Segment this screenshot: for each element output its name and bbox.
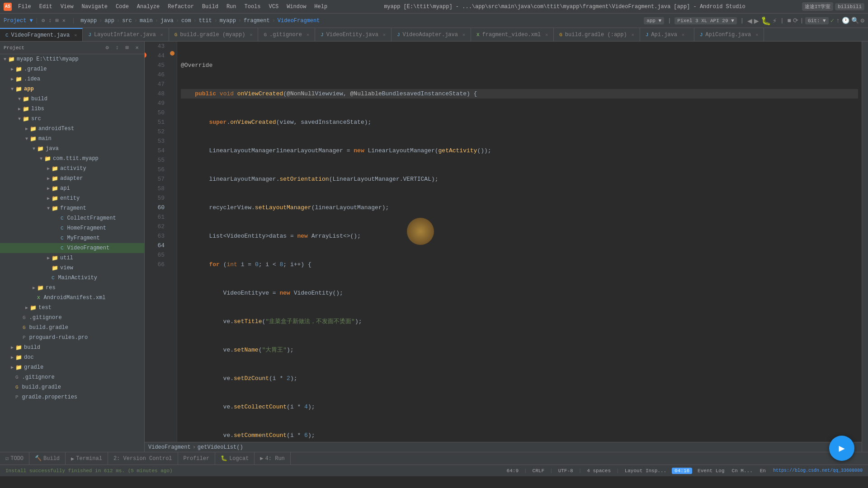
sync-icon[interactable]: ⟳ [793,17,798,24]
breadcrumb-main[interactable]: main [140,18,153,24]
tree-item-gradlefolder[interactable]: ▶ 📁 gradle [0,362,144,372]
tab-videoadapter[interactable]: J VideoAdapter.java ✕ [392,28,471,42]
bottom-tab-logcat[interactable]: 🐛 Logcat [215,452,255,465]
breadcrumb-myapp[interactable]: myapp [80,18,97,24]
git-label[interactable]: Git: ▼ [805,17,829,24]
menu-tools[interactable]: Tools [241,3,264,11]
breadcrumb-java[interactable]: java [160,18,174,24]
sidebar-close-icon[interactable]: ✕ [133,44,141,52]
breadcrumb-app[interactable]: app [104,18,114,24]
tree-item-androidmanifest[interactable]: ▶ X AndroidManifest.xml [0,293,144,303]
menu-analyze[interactable]: Analyze [133,3,163,11]
tree-item-myapp[interactable]: ▼ 📁 myapp E:\ttit\myapp [0,54,144,64]
tree-item-idea[interactable]: ▶ 📁 .idea [0,74,144,84]
tree-item-root-gitignore[interactable]: ▶ G .gitignore [0,372,144,382]
tree-item-adapter[interactable]: ▶ 📁 adapter [0,174,144,183]
status-layout[interactable]: Layout Insp... [623,468,668,474]
tab-gitignore[interactable]: G .gitignore ✕ [258,28,315,42]
bottom-tab-build[interactable]: 🔨 Build [29,452,66,465]
tree-item-app-gitignore[interactable]: ▶ G .gitignore [0,313,144,323]
tab-api[interactable]: J Api.java ✕ [640,28,694,42]
sidebar-expand-icon[interactable]: ⊞ [123,44,131,52]
vcs-history-icon[interactable]: 🕐 [842,17,849,24]
settings-icon[interactable]: ⚙ [42,17,45,24]
tree-item-fragment[interactable]: ▼ 📁 fragment [0,203,144,213]
tab-apiconfig[interactable]: J ApiConfig.java ✕ [694,28,764,42]
status-position[interactable]: 64:9 [505,468,520,474]
menu-code[interactable]: Code [112,3,132,11]
device-selector[interactable]: Pixel 3 XL API 29 ▼ [675,17,736,24]
sidebar-settings-icon[interactable]: ⚙ [104,44,111,52]
code-scroll[interactable]: 43 44 45 46 47 48 49 50 51 52 53 54 55 5… [145,42,862,442]
tree-item-myfragment[interactable]: ▶ C MyFragment [0,233,144,243]
tab-videoentity[interactable]: J VideoEntity.java ✕ [315,28,392,42]
menu-help[interactable]: Help [311,3,331,11]
bottom-tab-run[interactable]: ▶ 4: Run [255,452,290,465]
tree-item-collectfragment[interactable]: ▶ C CollectFragment [0,213,144,223]
tree-item-app-buildgradle[interactable]: ▶ G build.gradle [0,323,144,333]
tree-item-entity[interactable]: ▶ 📁 entity [0,193,144,203]
tree-item-app-proguard[interactable]: ▶ P proguard-rules.pro [0,333,144,343]
tree-item-doc[interactable]: ▶ 📁 doc [0,352,144,362]
status-lang[interactable]: En [758,468,768,474]
tree-item-api[interactable]: ▶ 📁 api [0,183,144,193]
tree-item-test[interactable]: ▶ 📁 test [0,303,144,313]
tree-item-homefragment[interactable]: ▶ C HomeFragment [0,223,144,233]
tab-close-buildgradle[interactable]: ✕ [250,32,252,38]
tab-close-layoutinflater[interactable]: ✕ [160,32,163,38]
run-config[interactable]: app ▼ [644,17,664,24]
breadcrumb-fragment[interactable]: fragment [244,18,270,24]
tree-item-java[interactable]: ▼ 📁 java [0,144,144,154]
bottom-tab-profiler[interactable]: Profiler [178,452,216,465]
tab-close-videoentity[interactable]: ✕ [383,32,386,38]
tab-close-api[interactable]: ✕ [682,32,684,38]
breadcrumb-ttit[interactable]: ttit [199,18,212,24]
settings-gear-icon[interactable]: ⚙ [861,17,864,24]
tab-buildgradle-app[interactable]: G build.gradle (:app) ✕ [554,28,640,42]
breadcrumb-com[interactable]: com [181,18,191,24]
tree-item-activity[interactable]: ▶ 📁 activity [0,164,144,174]
menu-navigate[interactable]: Navigate [78,3,111,11]
tree-item-build[interactable]: ▼ 📁 build [0,94,144,104]
coverage-icon[interactable]: ⚡ [773,16,777,25]
breadcrumb-myapp2[interactable]: myapp [220,18,236,24]
tree-item-gradleprops[interactable]: ▶ P gradle.properties [0,392,144,402]
bottom-tab-todo[interactable]: ☑ TODO [0,452,29,465]
menu-run[interactable]: Run [223,3,240,11]
tree-item-libs[interactable]: ▶ 📁 libs [0,104,144,114]
tree-item-util[interactable]: ▶ 📁 util [0,253,144,263]
bottom-tab-terminal[interactable]: ▶ Terminal [66,452,108,465]
tree-item-main[interactable]: ▼ 📁 main [0,134,144,144]
tree-item-root-buildgradle[interactable]: ▶ G build.gradle [0,382,144,392]
tree-item-src[interactable]: ▼ 📁 src [0,114,144,124]
tree-item-androidtest[interactable]: ▶ 📁 androidTest [0,124,144,134]
tab-buildgradle-myapp[interactable]: G build.gradle (myapp) ✕ [169,28,259,42]
tree-item-videofragment[interactable]: ▶ C VideoFragment [0,243,144,253]
tree-item-gradle[interactable]: ▶ 📁 .gradle [0,64,144,74]
menu-file[interactable]: File [14,3,35,11]
tab-close-videoadapter[interactable]: ✕ [462,32,465,38]
vcs-update-icon[interactable]: ✓ [830,17,834,24]
minimap[interactable] [862,42,868,452]
run-prev-icon[interactable]: ◀ [747,16,752,26]
tab-close-videofragment[interactable]: ✕ [74,33,77,38]
tree-item-view[interactable]: ▶ 📁 view [0,263,144,273]
project-dropdown[interactable]: Project ▼ [4,18,33,24]
tab-close-apiconfig[interactable]: ✕ [755,32,758,38]
search-everywhere-icon[interactable]: 🔍 [851,17,859,24]
menu-edit[interactable]: Edit [36,3,56,11]
status-time[interactable]: 04:16 [672,468,692,474]
bilibili-float-button[interactable]: ▶ [829,436,854,461]
sort-icon[interactable]: ↕ [48,18,52,24]
tab-close-fragmentxml[interactable]: ✕ [545,32,548,38]
status-eventlog[interactable]: Event Log [696,468,726,474]
menu-view[interactable]: View [57,3,77,11]
tab-close-buildgradle-app[interactable]: ✕ [632,32,634,38]
tree-item-root-build[interactable]: ▶ 📁 build [0,343,144,352]
menu-window[interactable]: Window [283,3,310,11]
bottom-tab-vcs[interactable]: 2: Version Control [108,452,178,465]
debug-icon[interactable]: 🐛 [761,16,771,26]
breadcrumb-videofragment[interactable]: VideoFragment [278,18,320,24]
menu-refactor[interactable]: Refactor [164,3,198,11]
vcs-push-icon[interactable]: ↑ [836,17,840,24]
